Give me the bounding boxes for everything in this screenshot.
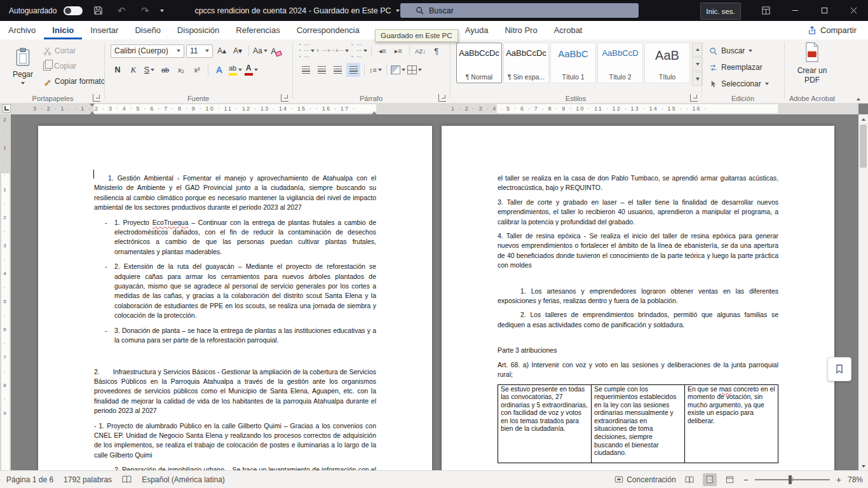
paragraph-dialog-launcher[interactable]	[438, 94, 446, 102]
zoom-slider-thumb[interactable]	[789, 475, 792, 484]
highlight-button[interactable]	[228, 63, 242, 77]
format-painter-button[interactable]: Copiar formato	[43, 74, 105, 88]
font-name-select[interactable]: Calibri (Cuerpo)	[111, 44, 184, 58]
font-color-button[interactable]	[244, 63, 258, 77]
close-button[interactable]	[839, 0, 868, 21]
style-normal[interactable]: AaBbCcDc ¶ Normal	[456, 43, 502, 83]
vertical-scrollbar[interactable]	[858, 114, 868, 471]
zoom-out-button[interactable]: −	[743, 475, 749, 484]
minimize-button[interactable]	[780, 0, 810, 21]
tab-archivo[interactable]: Archivo	[0, 21, 44, 39]
tab-disposicion[interactable]: Disposición	[169, 21, 227, 39]
line-spacing-button[interactable]	[369, 63, 383, 77]
pdf-icon	[803, 42, 821, 62]
text-effects-button[interactable]	[212, 63, 226, 77]
read-mode-button[interactable]	[682, 473, 696, 486]
zoom-in-button[interactable]: +	[836, 475, 841, 484]
zoom-level[interactable]: 78%	[848, 475, 863, 484]
save-button[interactable]	[90, 3, 106, 18]
scroll-up-button[interactable]	[858, 114, 868, 124]
copy-button[interactable]: Copiar	[43, 59, 76, 73]
underline-button[interactable]: S	[142, 63, 156, 77]
tab-ayuda[interactable]: Ayuda	[457, 21, 497, 39]
shading-button[interactable]	[391, 63, 405, 77]
scroll-down-button[interactable]	[858, 461, 868, 471]
strikethrough-button[interactable]: ab	[158, 63, 172, 77]
sign-in-button[interactable]: Inic. ses.	[700, 3, 741, 20]
sort-button[interactable]	[414, 44, 428, 58]
borders-button[interactable]	[407, 63, 422, 77]
font-dialog-launcher[interactable]	[281, 94, 288, 102]
style-no-spacing[interactable]: AaBbCcDc ¶ Sin espa...	[503, 43, 549, 83]
justify-button[interactable]	[346, 63, 360, 77]
right-indent-marker[interactable]	[372, 109, 377, 114]
clear-formatting-button[interactable]	[269, 44, 283, 58]
focus-mode-button[interactable]: Concentración	[614, 475, 675, 484]
document-title-area[interactable]: cpccs rendicion de cuenta 2024 - Guardad…	[194, 6, 399, 15]
zoom-slider[interactable]	[755, 479, 830, 480]
autosave-toggle[interactable]	[64, 6, 83, 15]
clipboard-dialog-launcher[interactable]	[93, 94, 100, 102]
align-right-button[interactable]	[330, 63, 344, 77]
vertical-ruler[interactable]: 2 · 1 · · 1 · 2 · 3 · 4 · 5 · 6 · 7 · 8 …	[0, 114, 11, 471]
tab-insertar[interactable]: Insertar	[82, 21, 126, 39]
increase-indent-button[interactable]	[391, 44, 405, 58]
share-button[interactable]: Compartir	[796, 21, 868, 39]
blank-line	[498, 334, 778, 346]
word-count[interactable]: 1792 palabras	[64, 475, 112, 484]
font-size-select[interactable]: 11	[186, 44, 213, 58]
subscript-button[interactable]: x₂	[174, 63, 188, 77]
horizontal-ruler[interactable]: 3 · 2 · 1 · · 1 · 2 · 3 · 4 · 5 · 6 · 7 …	[0, 103, 858, 114]
maximize-button[interactable]	[810, 0, 839, 21]
tab-acrobat[interactable]: Acrobat	[546, 21, 591, 39]
redo-button[interactable]: ↷	[137, 3, 153, 18]
print-layout-button[interactable]	[703, 473, 717, 486]
tab-inicio[interactable]: Inicio	[44, 21, 82, 39]
bookmark-margin-button[interactable]	[827, 357, 851, 381]
select-button[interactable]: Seleccionar	[709, 77, 769, 91]
shrink-font-button[interactable]	[231, 44, 245, 58]
align-left-button[interactable]	[299, 63, 313, 77]
page-2[interactable]: el taller se realiza en la casa de don P…	[442, 126, 834, 471]
decrease-indent-button[interactable]	[376, 44, 390, 58]
multilevel-list-button[interactable]	[351, 44, 367, 58]
style-heading1[interactable]: AaBbC Título 1	[550, 43, 596, 83]
superscript-button[interactable]: x²	[190, 63, 204, 77]
collapse-ribbon-button[interactable]	[857, 98, 860, 100]
styles-dialog-launcher[interactable]	[690, 94, 698, 102]
paste-button[interactable]: Pegar	[6, 43, 39, 92]
tab-referencias[interactable]: Referencias	[227, 21, 288, 39]
create-pdf-button[interactable]: Crear un PDF	[785, 42, 839, 85]
align-center-button[interactable]	[315, 63, 329, 77]
find-button[interactable]: Buscar	[709, 44, 752, 58]
proofing-icon[interactable]	[122, 475, 132, 484]
italic-button[interactable]: K	[126, 63, 140, 77]
page-1[interactable]: 1. Gestión Ambiental - Fomentar el manej…	[38, 126, 432, 471]
scrollbar-thumb[interactable]	[860, 125, 867, 168]
tab-selector[interactable]	[3, 104, 11, 112]
hanging-indent-marker[interactable]	[90, 109, 95, 114]
undo-button[interactable]: ↶	[113, 3, 130, 18]
style-title[interactable]: AaB Título	[644, 43, 690, 83]
page-indicator[interactable]: Página 1 de 6	[6, 475, 53, 484]
numbering-button[interactable]	[316, 44, 349, 58]
bullets-button[interactable]	[299, 44, 315, 58]
blank-line	[498, 275, 778, 287]
group-font: Calibri (Cuerpo) 11 N K S	[105, 39, 291, 93]
quick-access-chevron-icon[interactable]	[160, 10, 164, 12]
search-box[interactable]: Buscar	[400, 3, 639, 18]
grow-font-button[interactable]	[215, 44, 229, 58]
ribbon-display-options-button[interactable]	[751, 0, 780, 21]
web-layout-button[interactable]	[723, 473, 737, 486]
tab-nitro-pro[interactable]: Nitro Pro	[496, 21, 545, 39]
style-heading2[interactable]: AaBbCcD Título 2	[597, 43, 643, 83]
change-case-button[interactable]	[253, 44, 268, 58]
replace-button[interactable]: Reemplazar	[709, 60, 763, 74]
tab-diseno[interactable]: Diseño	[126, 21, 168, 39]
tab-correspondencia[interactable]: Correspondencia	[288, 21, 368, 39]
cut-button[interactable]: Cortar	[43, 44, 76, 58]
bold-button[interactable]: N	[111, 63, 125, 77]
numbered-paragraph: 2. Los talleres de emprendimientos brind…	[498, 310, 778, 330]
show-marks-button[interactable]	[430, 44, 444, 58]
language-indicator[interactable]: Español (América latina)	[142, 475, 225, 484]
